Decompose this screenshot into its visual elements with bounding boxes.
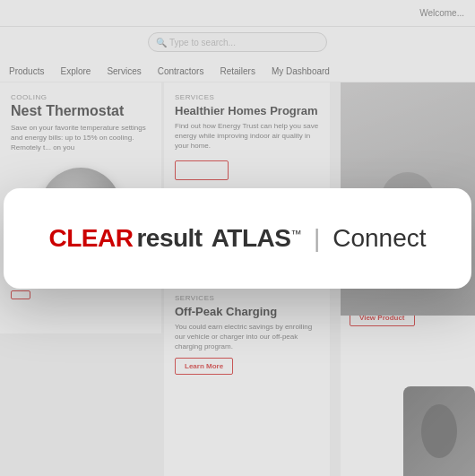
logo-connect-text: Connect [332,224,426,253]
modal-overlay: CLEARresult ATLAS™ | Connect [0,0,475,476]
logo-clear-text: CLEAR [48,224,133,253]
modal-card: CLEARresult ATLAS™ | Connect [4,188,471,289]
logo-atlas-text: ATLAS™ [212,224,301,253]
logo-tm-symbol: ™ [290,227,301,239]
modal-logo: CLEARresult ATLAS™ | Connect [48,224,426,253]
logo-divider: | [314,224,320,253]
logo-result-text: result [136,224,202,253]
